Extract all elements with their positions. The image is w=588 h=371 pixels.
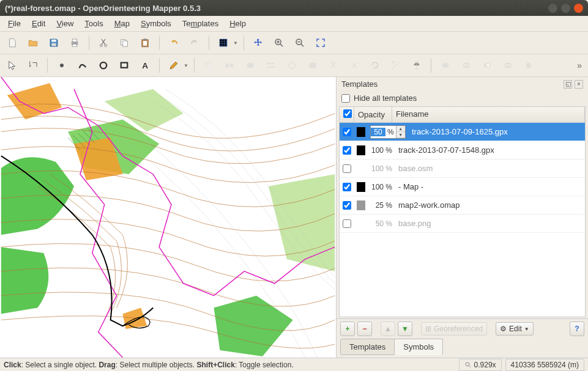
template-row[interactable]: 100 %track-2013-07-07-1548.gpx [340, 141, 585, 160]
panel-close-icon[interactable]: × [575, 80, 583, 89]
main-area: Templates ◱ × Hide all templates Opacity… [0, 77, 588, 358]
opacity-cell[interactable]: 100 % [368, 183, 395, 191]
svg-rect-11 [144, 39, 147, 40]
header-filename[interactable]: Filename [392, 107, 585, 122]
pan-icon[interactable] [250, 34, 267, 51]
status-zoom[interactable]: 0.929x [459, 359, 502, 371]
opacity-cell[interactable]: 100 % [368, 146, 395, 155]
cut-hole-icon [346, 57, 363, 74]
svg-rect-1 [51, 43, 56, 46]
opacity-cell[interactable]: 25 % [368, 201, 395, 210]
template-checkbox[interactable] [343, 219, 351, 228]
zoom-in-icon[interactable] [270, 34, 288, 51]
status-coords[interactable]: 410336 5585924 (m) [505, 359, 584, 371]
header-check[interactable] [340, 107, 354, 122]
filename-cell[interactable]: map2-work.omap [395, 200, 585, 210]
open-file-icon[interactable] [24, 34, 42, 51]
template-checkbox[interactable] [343, 146, 351, 155]
svg-rect-20 [226, 64, 229, 67]
map-canvas[interactable] [0, 77, 336, 358]
filename-cell[interactable]: track-2013-07-09-1625.gpx [408, 127, 585, 136]
menu-view[interactable]: View [52, 17, 78, 30]
maximize-button[interactable] [561, 4, 570, 13]
print-icon[interactable] [66, 34, 83, 51]
opacity-cell[interactable]: 100 % [368, 164, 395, 173]
minimize-button[interactable] [548, 4, 557, 13]
redo-icon[interactable] [186, 34, 203, 51]
template-checkbox[interactable] [343, 201, 351, 210]
new-file-icon[interactable] [4, 34, 21, 51]
pencil-tool-icon[interactable] [165, 57, 182, 74]
opacity-input[interactable] [371, 128, 385, 136]
text-tool-icon[interactable]: A [136, 57, 154, 74]
circle-tool-icon[interactable] [95, 57, 112, 74]
spinner-down[interactable]: ▼ [396, 132, 405, 138]
rotate-icon [367, 57, 384, 74]
toolbar-overflow-icon[interactable]: » [577, 61, 584, 70]
cut-tool-icon [325, 57, 342, 74]
filename-cell[interactable]: - Map - [395, 182, 585, 191]
svg-point-5 [100, 45, 102, 47]
help-button[interactable]: ? [570, 321, 584, 336]
copy-icon[interactable] [116, 34, 133, 51]
header-opacity[interactable]: Opacity [354, 107, 392, 122]
template-row[interactable]: 50 %base.png [340, 215, 585, 233]
filename-cell[interactable]: base.png [395, 219, 585, 228]
table-body: %▲▼track-2013-07-09-1625.gpx100 %track-2… [340, 123, 585, 317]
opacity-cell[interactable]: 50 % [368, 219, 395, 228]
undo-icon[interactable] [165, 34, 182, 51]
svg-rect-21 [230, 64, 233, 67]
rect-tool-icon[interactable] [116, 57, 133, 74]
menu-help[interactable]: Help [225, 17, 250, 30]
template-row[interactable]: %▲▼track-2013-07-09-1625.gpx [340, 123, 585, 141]
close-button[interactable] [574, 4, 583, 13]
svg-point-27 [444, 63, 449, 68]
svg-point-41 [466, 362, 469, 366]
point-tool-icon[interactable] [53, 57, 70, 74]
tab-templates[interactable]: Templates [340, 339, 395, 355]
zoom-out-icon[interactable] [291, 34, 308, 51]
toolbar-file: ▼ [0, 32, 588, 54]
move-down-button[interactable]: ▼ [398, 321, 412, 336]
template-checkbox[interactable] [343, 128, 351, 136]
spinner-up[interactable]: ▲ [396, 126, 405, 132]
menu-file[interactable]: File [4, 17, 25, 30]
panel-tabs: Templates Symbols [337, 339, 588, 358]
template-row[interactable]: 100 %- Map - [340, 178, 585, 196]
zoom-fit-icon[interactable] [312, 34, 329, 51]
menu-symbols[interactable]: Symbols [136, 17, 176, 30]
move-up-button[interactable]: ▲ [381, 321, 395, 336]
curve-tool-icon[interactable] [74, 57, 91, 74]
select-tool-icon[interactable] [4, 57, 21, 74]
cut-icon[interactable] [95, 34, 112, 51]
bool-merge-icon [520, 57, 537, 74]
menubar: File Edit View Tools Map Symbols Templat… [0, 16, 588, 32]
georeferenced-button: ⊞Georeferenced [421, 322, 487, 336]
menu-tools[interactable]: Tools [80, 17, 107, 30]
template-checkbox[interactable] [343, 164, 351, 173]
tab-symbols[interactable]: Symbols [395, 339, 443, 355]
hide-all-checkbox[interactable] [341, 94, 350, 103]
filename-cell[interactable]: base.osm [395, 164, 585, 173]
template-checkbox[interactable] [343, 183, 351, 191]
edit-template-button[interactable]: ⚙Edit▼ [496, 322, 534, 336]
pencil-dropdown-icon[interactable]: ▼ [184, 63, 188, 68]
template-row[interactable]: 100 %base.osm [340, 160, 585, 178]
save-icon[interactable] [45, 34, 62, 51]
add-template-button[interactable]: + [340, 321, 355, 336]
hide-all-row: Hide all templates [337, 91, 588, 105]
edit-line-tool-icon[interactable] [24, 57, 42, 74]
color-swatch [357, 182, 365, 192]
menu-map[interactable]: Map [110, 17, 134, 30]
templates-table: Opacity Filename %▲▼track-2013-07-09-162… [339, 106, 586, 317]
grid-icon[interactable] [215, 34, 232, 51]
filename-cell[interactable]: track-2013-07-07-1548.gpx [395, 145, 585, 155]
remove-template-button[interactable]: − [357, 321, 372, 336]
grid-dropdown-icon[interactable]: ▼ [233, 40, 238, 46]
menu-edit[interactable]: Edit [28, 17, 50, 30]
panel-undock-icon[interactable]: ◱ [564, 80, 572, 89]
paste-icon[interactable] [136, 34, 154, 51]
opacity-cell[interactable]: %▲▼ [368, 125, 408, 139]
menu-templates[interactable]: Templates [178, 17, 223, 30]
template-row[interactable]: 25 %map2-work.omap [340, 196, 585, 215]
